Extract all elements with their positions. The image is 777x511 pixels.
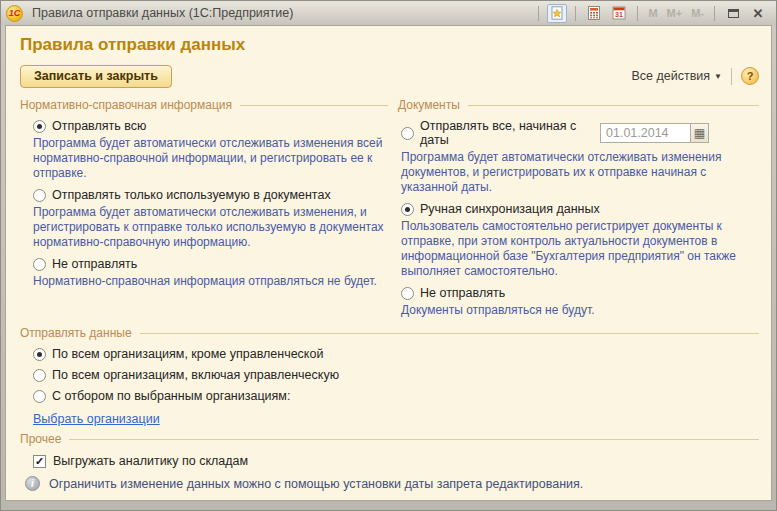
radio-unchecked-icon (33, 369, 46, 382)
group-send-data-title: Отправлять данные (20, 326, 132, 340)
info-icon: i (25, 476, 40, 491)
titlebar-separator (538, 6, 539, 21)
command-bar-separator (731, 68, 732, 85)
save-and-close-button[interactable]: Записать и закрыть (20, 65, 172, 88)
radio-option-all-orgs-except-management[interactable]: По всем организациям, кроме управленческ… (20, 347, 759, 361)
start-date-input[interactable] (600, 123, 690, 143)
maximize-button[interactable] (723, 4, 743, 23)
checkbox-label: Выгружать аналитику по складам (53, 454, 248, 468)
radio-checked-icon (401, 203, 414, 216)
calendar-icon[interactable]: 31 (609, 4, 629, 23)
checkbox-checked-icon: ✓ (33, 455, 46, 468)
group-rule (240, 105, 388, 106)
option-description: Документы отправляться не будут. (398, 303, 759, 318)
app-window: 1С Правила отправки данных (1С:Предприят… (0, 0, 777, 511)
date-field-group: ▦ (600, 123, 709, 143)
option-description: Программа будет автоматически отслеживат… (398, 150, 759, 195)
svg-text:31: 31 (616, 11, 624, 18)
maximize-icon (728, 9, 739, 18)
radio-unchecked-icon (33, 189, 46, 202)
group-nsi-title: Нормативно-справочная информация (20, 98, 232, 112)
titlebar-separator (575, 6, 576, 21)
titlebar-controls: 31 M M+ M- ✕ (535, 4, 768, 23)
radio-label: По всем организациям, включая управленче… (52, 368, 339, 382)
titlebar-separator (714, 6, 715, 21)
group-rule (140, 333, 759, 334)
calendar-picker-button[interactable]: ▦ (690, 123, 709, 143)
titlebar-separator (637, 6, 638, 21)
checkbox-export-warehouse-analytics[interactable]: ✓ Выгружать аналитику по складам (20, 454, 759, 468)
favorites-icon[interactable] (547, 4, 567, 23)
option-description: Программа будет автоматически отслеживат… (20, 136, 388, 181)
close-icon: ✕ (753, 7, 764, 20)
radio-label: По всем организациям, кроме управленческ… (52, 347, 323, 361)
memory-m-button: M (646, 7, 659, 19)
option-description: Нормативно-справочная информация отправл… (20, 274, 388, 289)
radio-unchecked-icon (33, 258, 46, 271)
group-other-title: Прочее (20, 432, 61, 446)
radio-label: Отправлять всю (52, 119, 146, 133)
radio-option-all-orgs-including-management[interactable]: По всем организациям, включая управленче… (20, 368, 759, 382)
radio-unchecked-icon (33, 390, 46, 403)
radio-option-docs-manual-sync[interactable]: Ручная синхронизация данных (398, 202, 759, 216)
chevron-down-icon: ▼ (714, 72, 722, 81)
group-rule (69, 439, 759, 440)
radio-option-nsi-dont-send[interactable]: Не отправлять (20, 257, 388, 271)
all-actions-label: Все действия (631, 69, 710, 83)
group-send-data: Отправлять данные По всем организациям, … (20, 325, 759, 427)
window-title: Правила отправки данных (1С:Предприятие) (32, 6, 535, 20)
radio-option-docs-dont-send[interactable]: Не отправлять (398, 286, 759, 300)
radio-checked-icon (33, 120, 46, 133)
command-bar: Записать и закрыть Все действия ▼ ? (20, 64, 759, 88)
radio-label: С отбором по выбранным организациям: (52, 389, 290, 403)
radio-unchecked-icon (401, 127, 414, 140)
memory-m-plus-button: M+ (665, 7, 685, 19)
radio-option-docs-send-from-date[interactable]: Отправлять все, начиная с даты ▦ (398, 119, 759, 147)
titlebar: 1С Правила отправки данных (1С:Предприят… (1, 1, 776, 25)
group-rule (468, 105, 759, 106)
info-note: i Ограничить изменение данных можно с по… (20, 476, 759, 492)
memory-m-minus-button: M- (689, 7, 706, 19)
option-description: Пользователь самостоятельно регистрирует… (398, 219, 759, 279)
group-documents: Документы Отправлять все, начиная с даты… (398, 97, 759, 323)
calculator-icon[interactable] (584, 4, 604, 23)
radio-option-selected-orgs[interactable]: С отбором по выбранным организациям: (20, 389, 759, 403)
radio-unchecked-icon (401, 287, 414, 300)
radio-label: Не отправлять (420, 286, 505, 300)
option-description: Программа будет автоматически отслеживат… (20, 205, 388, 250)
select-organizations-link[interactable]: Выбрать организации (33, 412, 160, 426)
group-nsi: Нормативно-справочная информация Отправл… (20, 97, 388, 323)
radio-label: Ручная синхронизация данных (420, 202, 600, 216)
group-documents-title: Документы (398, 98, 460, 112)
form-content: Правила отправки данных Записать и закры… (5, 25, 772, 501)
radio-option-nsi-send-all[interactable]: Отправлять всю (20, 119, 388, 133)
all-actions-button[interactable]: Все действия ▼ (631, 69, 722, 83)
page-title: Правила отправки данных (20, 35, 759, 55)
group-other: Прочее ✓ Выгружать аналитику по складам … (20, 431, 759, 501)
radio-option-nsi-used-only[interactable]: Отправлять только используемую в докумен… (20, 188, 388, 202)
calendar-picker-icon: ▦ (694, 126, 705, 140)
radio-label: Отправлять только используемую в докумен… (52, 188, 331, 202)
info-text: Ограничить изменение данных можно с помо… (49, 476, 583, 492)
1c-logo-icon: 1С (6, 5, 23, 22)
close-button[interactable]: ✕ (748, 4, 768, 23)
radio-label: Отправлять все, начиная с даты (420, 119, 594, 147)
radio-label: Не отправлять (52, 257, 137, 271)
radio-checked-icon (33, 348, 46, 361)
help-button[interactable]: ? (741, 67, 759, 85)
